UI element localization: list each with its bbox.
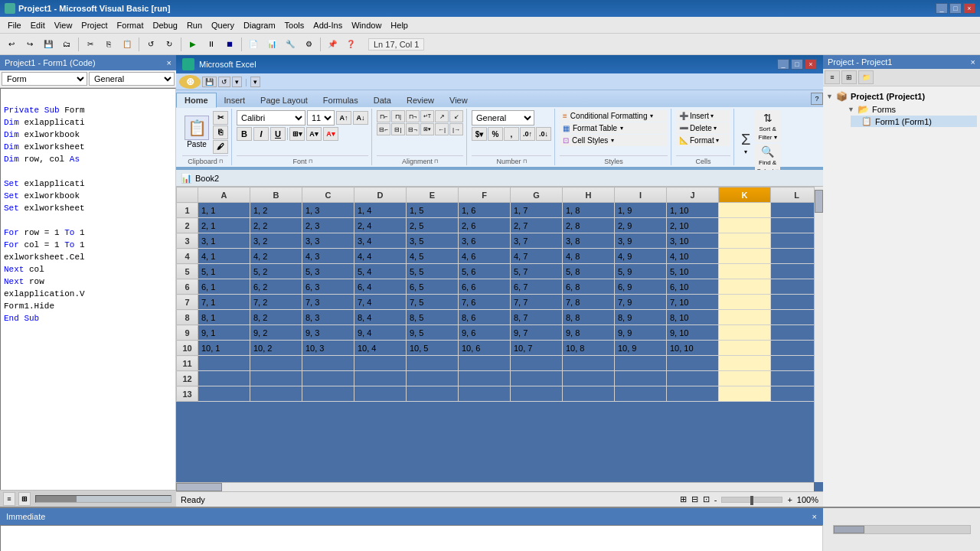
tab-home[interactable]: Home	[176, 93, 217, 108]
table-row[interactable]: 8, 3	[302, 310, 354, 325]
table-row[interactable]	[511, 371, 563, 386]
proj-toggle-folders[interactable]: 📁	[858, 70, 874, 84]
table-row[interactable]: 3, 3	[302, 233, 354, 249]
table-row[interactable]: 5, 5	[407, 264, 459, 279]
table-row[interactable]	[354, 386, 407, 402]
menu-file[interactable]: File	[3, 19, 26, 31]
table-row[interactable]: 6, 2	[250, 279, 302, 295]
table-row[interactable]	[719, 295, 771, 310]
menu-help[interactable]: Help	[386, 19, 413, 31]
table-row[interactable]: 4, 7	[511, 249, 563, 264]
delete-cells-button[interactable]: ➖ Delete ▾	[676, 122, 730, 134]
table-row[interactable]	[719, 249, 771, 264]
fill-color[interactable]: A▾	[306, 127, 322, 141]
table-row[interactable]: 6, 3	[302, 279, 354, 295]
table-row[interactable]	[615, 386, 667, 402]
tab-view[interactable]: View	[442, 93, 475, 107]
table-row[interactable]	[354, 371, 407, 386]
table-row[interactable]: 1, 4	[354, 203, 407, 218]
table-row[interactable]: 9, 7	[511, 325, 563, 341]
table-row[interactable]: 10, 3	[302, 341, 354, 356]
table-row[interactable]: 5, 6	[459, 264, 511, 279]
proj-view-object[interactable]: ⊞	[841, 70, 857, 84]
row-header[interactable]: 1	[177, 203, 198, 218]
table-row[interactable]: 1, 7	[511, 203, 563, 218]
menu-window[interactable]: Window	[347, 19, 386, 31]
table-row[interactable]: 10, 4	[354, 341, 407, 356]
table-row[interactable]: 2, 7	[511, 218, 563, 233]
table-row[interactable]: 3, 2	[250, 233, 302, 249]
table-row[interactable]: 1, 10	[667, 203, 719, 218]
table-row[interactable]	[615, 356, 667, 371]
toolbar-btn-3[interactable]: 💾	[40, 37, 57, 52]
col-header-I[interactable]: I	[615, 187, 667, 203]
menu-addins[interactable]: Add-Ins	[309, 19, 347, 31]
toolbar-run[interactable]: ▶	[185, 37, 201, 52]
table-row[interactable]	[407, 356, 459, 371]
table-row[interactable]: 1, 1	[198, 203, 250, 218]
code-close-icon[interactable]: ×	[167, 58, 172, 67]
border-button[interactable]: ⊞▾	[289, 127, 305, 141]
normal-view-icon[interactable]: ⊞	[680, 494, 687, 504]
table-row[interactable]: 5, 9	[615, 264, 667, 279]
font-size-select[interactable]: 11	[307, 110, 335, 126]
col-header-C[interactable]: C	[302, 187, 354, 203]
form-dropdown[interactable]: Form	[2, 72, 87, 86]
row-header[interactable]: 6	[177, 279, 198, 295]
table-row[interactable]: 5, 8	[563, 264, 615, 279]
h-scroll-thumb[interactable]	[176, 483, 222, 491]
table-row[interactable]	[511, 356, 563, 371]
zoom-minus[interactable]: -	[714, 495, 717, 504]
clipboard-expand-icon[interactable]: ⊓	[219, 158, 223, 165]
table-row[interactable]: 4, 1	[198, 249, 250, 264]
toolbar-btn-8[interactable]: 📌	[324, 37, 341, 52]
menu-query[interactable]: Query	[207, 19, 239, 31]
code-view-btn[interactable]: ≡	[3, 492, 15, 506]
immediate-close-icon[interactable]: ×	[812, 512, 817, 521]
v-scroll-thumb[interactable]	[815, 190, 823, 213]
toolbar-stop[interactable]: ⏹	[221, 37, 238, 52]
code-editor[interactable]: Private Sub Form Dim exlapplicati Dim ex…	[0, 88, 176, 506]
table-row[interactable]	[250, 356, 302, 371]
toolbar-btn-4[interactable]: 🗂	[58, 37, 75, 52]
underline-button[interactable]: U	[270, 127, 286, 141]
table-row[interactable]: 2, 10	[667, 218, 719, 233]
row-header[interactable]: 3	[177, 233, 198, 249]
table-row[interactable]	[563, 371, 615, 386]
table-row[interactable]: 5, 2	[250, 264, 302, 279]
menu-view[interactable]: View	[50, 19, 77, 31]
table-row[interactable]: 3, 1	[198, 233, 250, 249]
table-row[interactable]: 10, 1	[198, 341, 250, 356]
italic-button[interactable]: I	[253, 127, 269, 141]
table-row[interactable]: 2, 3	[302, 218, 354, 233]
bold-button[interactable]: B	[237, 127, 252, 141]
quick-save[interactable]: 💾	[202, 77, 217, 87]
table-row[interactable]: 6, 4	[354, 279, 407, 295]
table-row[interactable]: 5, 3	[302, 264, 354, 279]
cell-styles-button[interactable]: ⊡ Cell Styles ▾	[560, 135, 668, 146]
number-expand-icon[interactable]: ⊓	[523, 158, 527, 165]
table-row[interactable]: 3, 5	[407, 233, 459, 249]
font-name-select[interactable]: Calibri	[237, 110, 305, 126]
table-row[interactable]: 6, 8	[563, 279, 615, 295]
toolbar-btn-1[interactable]: ↩	[3, 37, 20, 52]
table-row[interactable]: 9, 3	[302, 325, 354, 341]
toolbar-pause[interactable]: ⏸	[203, 37, 220, 52]
menu-project[interactable]: Project	[77, 19, 112, 31]
table-row[interactable]	[719, 386, 771, 402]
table-row[interactable]: 5, 4	[354, 264, 407, 279]
table-row[interactable]: 9, 8	[563, 325, 615, 341]
table-row[interactable]	[719, 325, 771, 341]
table-row[interactable]: 7, 5	[407, 295, 459, 310]
table-row[interactable]: 10, 6	[459, 341, 511, 356]
menu-diagram[interactable]: Diagram	[239, 19, 280, 31]
table-row[interactable]: 2, 9	[615, 218, 667, 233]
orient-down[interactable]: ↙	[449, 110, 463, 122]
toolbar-undo[interactable]: ↺	[142, 37, 159, 52]
table-row[interactable]: 8, 2	[250, 310, 302, 325]
table-row[interactable]: 9, 10	[667, 325, 719, 341]
table-row[interactable]: 7, 8	[563, 295, 615, 310]
table-row[interactable]: 8, 1	[198, 310, 250, 325]
table-row[interactable]: 4, 6	[459, 249, 511, 264]
table-row[interactable]	[719, 203, 771, 218]
